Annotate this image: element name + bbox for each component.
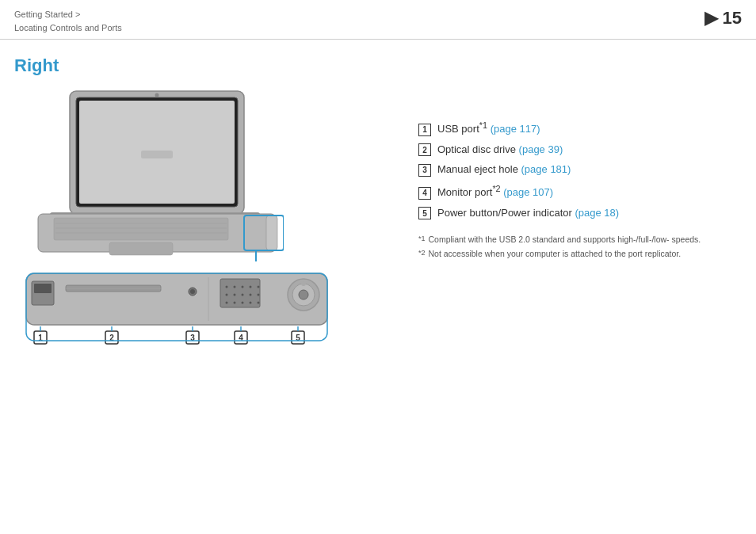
svg-rect-4 [141,151,173,158]
item-num-3: 3 [418,164,431,177]
page-number: ▶ 15 [704,8,742,29]
item-num-5: 5 [418,207,431,219]
list-item: 2 Optical disc drive (page 39) [418,142,742,158]
item-5-text: Power button/Power indicator (page 18) [437,205,619,221]
svg-rect-16 [26,273,327,325]
svg-point-33 [250,294,252,296]
svg-rect-18 [34,284,52,293]
item-1-link[interactable]: (page 117) [491,123,540,135]
svg-point-32 [242,294,244,296]
bottom-panel-svg: 1 2 3 4 5 [22,261,339,349]
laptop-illustration [30,87,284,261]
svg-point-25 [226,286,228,288]
footnote-1: *1 Compliant with the USB 2.0 standard a… [418,233,742,247]
main-content: Right [0,40,756,530]
items-list: 1 USB port*1 (page 117) 2 Optical disc d… [418,119,742,220]
item-2-text: Optical disc drive (page 39) [437,142,563,158]
item-3-text: Manual eject hole (page 181) [437,162,571,177]
left-column: Right [14,55,395,522]
footnote-2-marker: *2 [418,247,426,261]
svg-point-37 [242,302,244,304]
footnote-2-text: Not accessible when your computer is att… [429,247,682,261]
item-num-1: 1 [418,124,431,136]
item-5-link[interactable]: (page 18) [575,207,619,219]
item-3-link[interactable]: (page 181) [521,163,571,175]
svg-point-31 [234,294,236,296]
footnote-1-marker: *1 [418,233,426,247]
svg-point-30 [226,294,228,296]
footnotes: *1 Compliant with the USB 2.0 standard a… [418,233,742,261]
list-item: 4 Monitor port*2 (page 107) [418,182,742,200]
svg-point-34 [258,294,260,296]
svg-point-27 [242,286,244,288]
list-item: 3 Manual eject hole (page 181) [418,162,742,177]
svg-point-29 [258,286,260,288]
svg-point-22 [190,289,195,294]
list-item: 1 USB port*1 (page 117) [418,119,742,137]
bottom-panel: 1 2 3 4 5 [22,261,339,349]
svg-point-28 [250,286,252,288]
arrow-icon: ▶ [704,8,718,29]
item-1-text: USB port*1 (page 117) [437,119,540,137]
svg-point-35 [226,302,228,304]
svg-point-39 [258,302,260,304]
page-header: Getting Started > Locating Controls and … [0,0,756,40]
svg-point-36 [234,302,236,304]
footnote-1-text: Compliant with the USB 2.0 standard and … [429,233,701,247]
list-item: 5 Power button/Power indicator (page 18) [418,205,742,221]
section-title: Right [14,55,395,76]
svg-point-26 [234,286,236,288]
footnote-2: *2 Not accessible when your computer is … [418,247,742,261]
item-2-link[interactable]: (page 39) [519,143,563,155]
svg-rect-7 [54,218,228,240]
right-column: 1 USB port*1 (page 117) 2 Optical disc d… [395,55,742,522]
item-num-4: 4 [418,187,431,200]
svg-point-38 [250,302,252,304]
svg-point-42 [299,290,308,299]
svg-point-43 [301,281,306,286]
item-num-2: 2 [418,143,431,156]
laptop-svg [30,87,284,261]
item-4-text: Monitor port*2 (page 107) [437,182,553,200]
breadcrumb: Getting Started > Locating Controls and … [14,8,122,34]
item-4-link[interactable]: (page 107) [503,186,553,198]
svg-rect-11 [109,242,173,255]
svg-rect-12 [266,216,277,250]
svg-point-3 [155,93,159,97]
